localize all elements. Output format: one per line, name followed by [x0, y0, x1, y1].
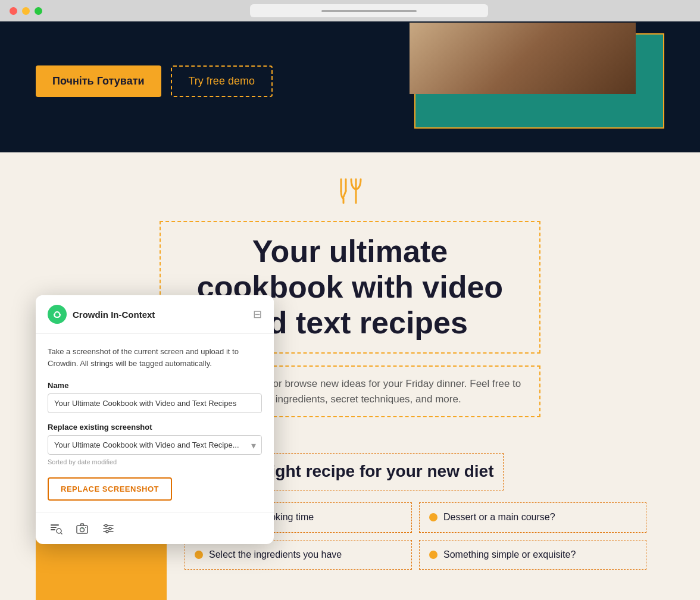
browser-address-bar[interactable]	[250, 4, 488, 17]
crowdin-collapse-icon[interactable]: ⊟	[253, 308, 262, 321]
start-cooking-hero-button[interactable]: Почніть Готувати	[36, 65, 161, 97]
list-search-icon[interactable]	[48, 520, 64, 537]
card-text-3: Select the ingredients you have	[209, 549, 342, 561]
crowdin-replace-select[interactable]: Your Ultimate Cookbook with Video and Te…	[48, 435, 262, 455]
address-bar-placeholder	[321, 10, 417, 12]
card-text-2: Dessert or a main course?	[443, 511, 555, 524]
utensils-icon	[36, 176, 664, 211]
hero-image-area	[296, 33, 664, 129]
hero-section: Почніть Готувати Try free demo	[0, 21, 700, 152]
crowdin-title: Crowdin In-Context	[73, 310, 155, 320]
svg-point-12	[85, 527, 86, 528]
crowdin-replace-label: Replace existing screenshot	[48, 423, 262, 432]
card-dot-3	[195, 551, 203, 559]
website-wrapper: Почніть Готувати Try free demo Your	[0, 21, 700, 600]
crowdin-overlay: Crowdin In-Context ⊟ Take a screenshot o…	[36, 295, 274, 544]
recipe-card-3[interactable]: Select the ingredients you have	[185, 540, 412, 570]
replace-screenshot-button[interactable]: REPLACE SCREENSHOT	[48, 477, 172, 501]
browser-dot-red[interactable]	[10, 7, 17, 15]
svg-rect-5	[51, 524, 59, 526]
browser-dot-green[interactable]	[35, 7, 42, 15]
crowdin-select-wrapper: Your Ultimate Cookbook with Video and Te…	[48, 435, 262, 455]
svg-point-4	[52, 309, 62, 320]
hero-image-box	[414, 33, 664, 129]
recipe-card-4[interactable]: Something simple or exquisite?	[419, 540, 646, 570]
settings-icon[interactable]	[100, 520, 117, 537]
svg-rect-7	[51, 529, 55, 530]
browser-dot-yellow[interactable]	[22, 7, 30, 15]
card-text-4: Something simple or exquisite?	[443, 549, 576, 561]
crowdin-name-label: Name	[48, 381, 262, 390]
recipe-card-2[interactable]: Dessert or a main course?	[419, 502, 646, 533]
svg-point-16	[105, 524, 107, 527]
crowdin-header: Crowdin In-Context ⊟	[36, 295, 274, 334]
svg-rect-6	[51, 527, 57, 528]
card-dot-2	[429, 513, 438, 521]
svg-point-17	[109, 527, 111, 530]
camera-icon[interactable]	[74, 520, 90, 537]
crowdin-name-input[interactable]	[48, 393, 262, 413]
hero-buttons: Почніть Готувати Try free demo	[36, 65, 273, 97]
svg-line-9	[61, 533, 62, 534]
crowdin-sorted-by: Sorted by date modified	[48, 458, 262, 465]
card-dot-4	[429, 551, 438, 559]
try-free-demo-button[interactable]: Try free demo	[171, 65, 273, 97]
crowdin-description: Take a screenshot of the current screen …	[48, 346, 262, 369]
crowdin-logo-icon	[48, 305, 67, 324]
browser-chrome	[0, 0, 700, 21]
crowdin-logo-area: Crowdin In-Context	[48, 305, 155, 324]
svg-line-2	[343, 191, 346, 197]
crowdin-body: Take a screenshot of the current screen …	[36, 334, 274, 512]
hero-image-inner	[410, 23, 636, 94]
crowdin-footer	[36, 512, 274, 544]
svg-point-18	[106, 530, 108, 533]
